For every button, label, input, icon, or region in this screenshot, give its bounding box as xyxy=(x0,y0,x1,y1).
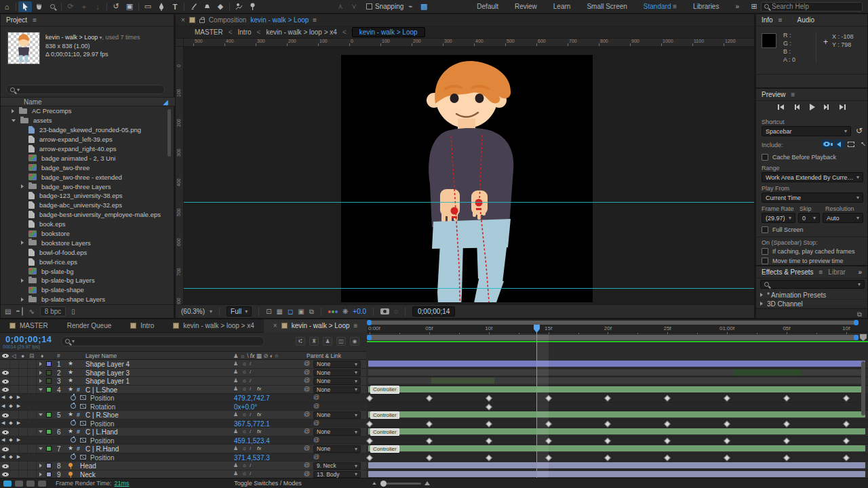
collapse-switch-icon[interactable]: ☼ xyxy=(242,361,247,367)
keyframe-diamond[interactable] xyxy=(843,454,849,460)
shy-switch-icon[interactable]: ♟ xyxy=(233,411,238,418)
parent-dropdown[interactable]: 9. Neck▾ xyxy=(313,462,361,470)
work-area-bar[interactable] xyxy=(367,335,859,340)
delete-icon[interactable]: ▯ xyxy=(71,308,75,315)
project-list-item[interactable]: assets xyxy=(1,116,175,125)
guide-line-feet[interactable] xyxy=(184,288,754,289)
work-area-end-handle[interactable] xyxy=(854,335,859,340)
zoom-slider[interactable] xyxy=(380,483,421,485)
keyframe-diamond[interactable] xyxy=(486,420,492,426)
resolution-dropdown[interactable]: Full▾ xyxy=(226,306,252,317)
layer-duration-bar[interactable] xyxy=(368,411,865,418)
keyframe-diamond[interactable] xyxy=(366,395,372,401)
skip-dropdown[interactable]: 0▾ xyxy=(798,213,820,223)
zoom-in-icon[interactable] xyxy=(425,481,430,485)
breadcrumb-item[interactable]: MASTER xyxy=(195,28,223,36)
parent-dropdown[interactable]: None▾ xyxy=(313,369,361,377)
property-row[interactable]: ◀ ◆ ▶ Position 459.1,523.4 @ xyxy=(0,436,366,445)
breadcrumb-active[interactable]: kevin - walk > Loop xyxy=(352,27,425,37)
pickwhip-icon[interactable]: @ xyxy=(313,403,319,409)
preview-tab[interactable]: Preview xyxy=(762,91,786,98)
parent-dropdown[interactable]: None▾ xyxy=(313,378,361,385)
layer-row[interactable]: 2 ★ Shape Layer 3 ♟ ☼ / @ None▾ xyxy=(0,369,366,378)
project-list-item[interactable]: badge_two-three xyxy=(1,163,175,172)
shy-switch-icon[interactable]: ♟ xyxy=(233,386,238,392)
snap-option1-icon[interactable]: ⌁ xyxy=(403,1,417,12)
layer-color-chip[interactable] xyxy=(46,387,52,392)
timeline-track-area[interactable]: Controller Controller Controller Control… xyxy=(367,360,868,479)
keyframe-diamond[interactable] xyxy=(724,395,730,401)
workspace-tab-learn[interactable]: Learn xyxy=(545,3,579,10)
keyframe-diamond[interactable] xyxy=(783,454,789,460)
property-track[interactable] xyxy=(367,436,868,445)
keyframe-diamond[interactable] xyxy=(843,395,849,401)
dolly-camera-tool-icon[interactable]: ↓ xyxy=(91,1,104,12)
pickwhip-icon[interactable]: @ xyxy=(313,436,319,443)
orbit-camera-tool-icon[interactable]: ⟳ xyxy=(64,1,77,12)
layer-duration-bar[interactable] xyxy=(368,462,865,468)
keyframe-diamond[interactable] xyxy=(426,420,432,426)
network-status-icon[interactable] xyxy=(26,481,35,487)
quality-switch-icon[interactable]: / xyxy=(250,445,251,451)
keyframe-diamond[interactable] xyxy=(605,454,611,460)
project-settings-icon[interactable]: ∿ xyxy=(28,308,34,315)
snapshot-camera-icon[interactable] xyxy=(380,308,389,314)
shy-switch-icon[interactable]: ♟ xyxy=(233,445,238,451)
current-time-display[interactable]: 0;00;00;14 xyxy=(5,334,52,344)
parent-dropdown[interactable]: None▾ xyxy=(313,361,361,368)
property-name[interactable]: Position xyxy=(90,437,115,445)
timeline-search-field[interactable]: ▾ xyxy=(61,336,264,346)
keyframe-navigator[interactable]: ◀ ◆ ▶ xyxy=(1,420,22,426)
move-time-row[interactable]: Move time to preview time xyxy=(762,258,844,264)
pickwhip-icon[interactable]: @ xyxy=(304,470,310,477)
layer-row[interactable]: 1 ★ Shape Layer 4 ♟ ☼ / @ None▾ xyxy=(0,360,366,369)
effects-presets-tab[interactable]: Effects & Presets xyxy=(762,268,814,276)
quality-switch-icon[interactable]: / xyxy=(250,386,251,392)
project-list-item[interactable]: bp-slate-bg Layers xyxy=(1,276,175,285)
graph-editor-icon[interactable] xyxy=(80,404,86,409)
roto-brush-tool-icon[interactable] xyxy=(232,1,245,12)
view-layout-icon[interactable]: ⧉ xyxy=(309,308,314,316)
search-help-field[interactable]: Search Help xyxy=(761,2,863,12)
layer-name[interactable]: Shape Layer 4 xyxy=(85,361,130,368)
layer-track[interactable]: Controller xyxy=(367,428,868,436)
keyframe-navigator[interactable]: ◀ ◆ ▶ xyxy=(1,437,22,443)
interpret-footage-icon[interactable]: ▤ xyxy=(5,308,11,315)
selection-tool-icon[interactable] xyxy=(18,1,32,12)
effects-menu-icon[interactable]: ≡ xyxy=(819,268,823,276)
effects-category-row[interactable]: 3D Channel xyxy=(756,300,867,308)
workspace-tab-review[interactable]: Review xyxy=(507,3,545,10)
layer-track[interactable]: Controller xyxy=(367,445,868,453)
timeline-tab[interactable]: MASTER xyxy=(0,319,58,333)
region-of-interest-icon[interactable]: ⊡ xyxy=(266,308,271,315)
text-tool-icon[interactable]: T xyxy=(168,1,182,12)
keyframe-diamond[interactable] xyxy=(724,420,730,426)
keyframe-diamond[interactable] xyxy=(366,437,372,443)
layer-marker[interactable]: Controller xyxy=(370,386,399,394)
property-row[interactable]: ◀ ◆ ▶ Position 479.2,742.7 @ xyxy=(0,394,366,403)
quality-switch-icon[interactable]: / xyxy=(250,411,251,418)
effects-search-field[interactable]: ▾ xyxy=(760,280,865,289)
gpu-status-icon[interactable] xyxy=(15,481,23,487)
keyframe-diamond[interactable] xyxy=(843,420,849,426)
graph-editor-icon[interactable] xyxy=(80,421,86,426)
project-list-item[interactable]: badge-best-university_employee-male.eps xyxy=(1,210,175,220)
keyframe-diamond[interactable] xyxy=(665,437,671,443)
layer-color-chip[interactable] xyxy=(46,446,52,451)
render-engine-status-icon[interactable] xyxy=(3,481,12,487)
keyframe-navigator[interactable]: ◀ ◆ ▶ xyxy=(1,454,22,460)
keyframe-diamond[interactable] xyxy=(665,420,671,426)
graph-editor-icon[interactable] xyxy=(80,438,86,443)
eye-icon[interactable] xyxy=(2,472,9,476)
breadcrumb-item[interactable]: Intro xyxy=(238,28,252,36)
project-list-item[interactable]: bp-slate-shape Layers xyxy=(1,295,175,304)
project-tab[interactable]: Project xyxy=(6,16,27,24)
layer-marker[interactable]: Controller xyxy=(370,428,399,436)
cache-before-playback-row[interactable]: Cache Before Playback xyxy=(762,154,836,161)
collapse-switch-icon[interactable]: ☼ xyxy=(242,445,247,451)
shape-tool-icon[interactable]: ▭ xyxy=(141,1,155,12)
timeline-tab[interactable]: × kevin - walk > Loop≡ xyxy=(264,319,368,333)
keyframe-diamond[interactable] xyxy=(783,437,789,443)
timeline-tab[interactable]: kevin - walk > loop > x4 xyxy=(163,319,264,333)
close-icon[interactable]: × xyxy=(273,322,277,329)
